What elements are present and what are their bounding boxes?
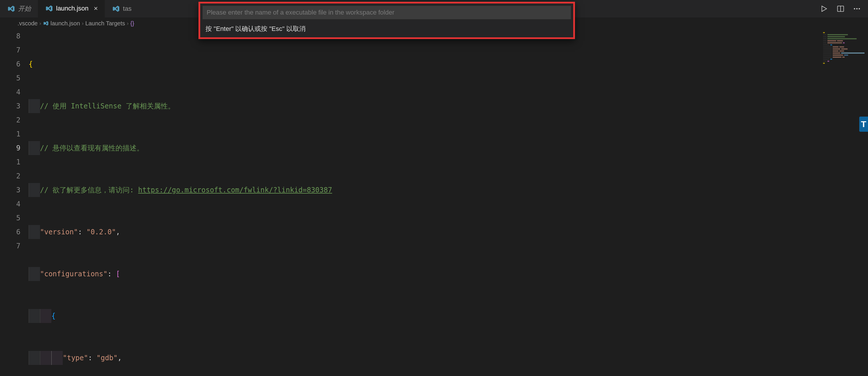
vscode-icon [112, 5, 120, 13]
line-gutter: 8 7 6 5 4 3 2 1 9 1 2 3 4 5 6 7 [0, 29, 26, 376]
tab-welcome[interactable]: 开始 [0, 0, 38, 18]
vscode-icon [45, 4, 53, 12]
braces-icon: {} [130, 20, 134, 27]
chevron-right-icon: › [39, 21, 41, 27]
code-editor[interactable]: 8 7 6 5 4 3 2 1 9 1 2 3 4 5 6 7 { // 使用 … [0, 29, 868, 376]
split-editor-icon[interactable] [836, 5, 845, 13]
svg-point-4 [859, 8, 860, 10]
tab-tasks[interactable]: tas [105, 0, 138, 18]
run-icon[interactable] [820, 5, 828, 13]
side-handle[interactable]: T [859, 116, 868, 132]
tab-label: launch.json [56, 5, 88, 12]
breadcrumb-item[interactable]: Launch Targets [85, 20, 125, 27]
program-name-input[interactable] [203, 6, 571, 19]
tab-label: 开始 [18, 4, 31, 13]
breadcrumb-item[interactable]: .vscode [18, 20, 38, 27]
tab-label: tas [123, 5, 131, 12]
tab-actions [820, 5, 868, 13]
vscode-icon [7, 5, 15, 13]
close-icon[interactable]: × [94, 4, 98, 12]
code-content[interactable]: { // 使用 IntelliSense 了解相关属性。 // 悬停以查看现有属… [26, 29, 332, 376]
chevron-right-icon: › [127, 21, 129, 27]
quick-input-palette: 按 "Enter" 以确认或按 "Esc" 以取消 [198, 2, 575, 39]
svg-point-3 [856, 8, 858, 10]
breadcrumb-item[interactable]: launch.json [43, 20, 80, 27]
svg-point-2 [854, 8, 856, 10]
chevron-right-icon: › [82, 21, 84, 27]
breadcrumb-item-object[interactable]: {} [130, 20, 134, 27]
tab-launch-json[interactable]: launch.json × [38, 0, 105, 18]
prompt-hint: 按 "Enter" 以确认或按 "Esc" 以取消 [200, 22, 573, 37]
more-icon[interactable] [853, 5, 861, 13]
minimap[interactable] [823, 32, 867, 61]
